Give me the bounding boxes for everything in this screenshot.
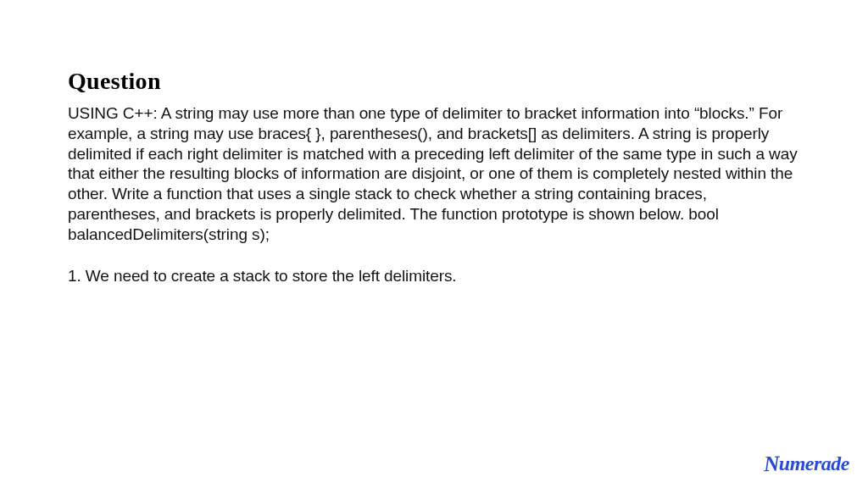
document-content: Question USING C++: A string may use mor… (0, 0, 868, 286)
brand-initial: N (763, 452, 779, 478)
question-heading: Question (68, 68, 800, 95)
solution-step-1: 1. We need to create a stack to store th… (68, 266, 800, 286)
brand-logo: Numerade (764, 451, 849, 476)
question-body: USING C++: A string may use more than on… (68, 103, 800, 244)
brand-rest: umerade (779, 452, 849, 474)
